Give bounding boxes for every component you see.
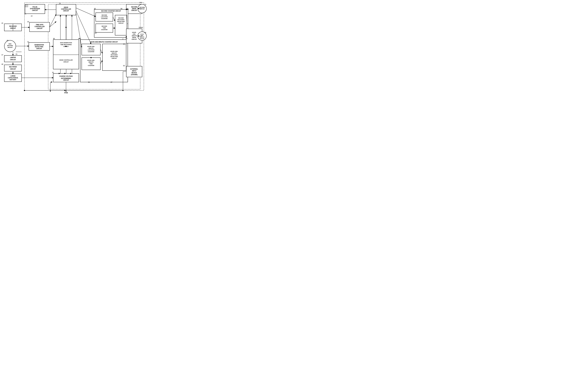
diagram: PULSE SYNTHESIZER CIRCUIT DRIVE CONTROLL… [0, 0, 147, 94]
svg-marker-174 [50, 90, 51, 92]
svg-text:CIRCUIT: CIRCUIT [63, 79, 69, 81]
svg-text:SECOND COUNTER CIRCUIT: SECOND COUNTER CIRCUIT [101, 10, 121, 12]
svg-text:TIME: TIME [89, 63, 93, 65]
svg-text:MATCHING: MATCHING [111, 54, 118, 56]
svg-text:CIRCUIT: CIRCUIT [37, 28, 43, 29]
svg-text:GENERATION: GENERATION [34, 44, 44, 46]
svg-text:92: 92 [52, 71, 54, 73]
svg-text:(CROWN): (CROWN) [131, 74, 137, 75]
svg-text:CHARGE VOLTAGE: CHARGE VOLTAGE [59, 75, 73, 77]
svg-text:ERATING: ERATING [7, 45, 13, 46]
svg-text:HOUR-AND-: HOUR-AND- [87, 60, 95, 61]
svg-text:EXTERNAL: EXTERNAL [130, 68, 138, 70]
svg-text:95: 95 [126, 38, 127, 39]
svg-text:DEVICE: DEVICE [132, 72, 137, 74]
svg-text:MINUTE: MINUTE [112, 52, 117, 54]
svg-text:TIME: TIME [103, 27, 106, 29]
svg-text:INPUT: INPUT [132, 70, 136, 72]
svg-text:60: 60 [144, 32, 146, 33]
svg-text:CIRCUIT: CIRCUIT [63, 61, 69, 63]
circuit-diagram: PULSE SYNTHESIZER CIRCUIT DRIVE CONTROLL… [0, 0, 147, 94]
svg-text:GEN-: GEN- [9, 43, 12, 45]
svg-text:CIRCUIT: CIRCUIT [32, 10, 38, 11]
svg-text:83: 83 [123, 65, 125, 67]
svg-point-177 [90, 57, 92, 58]
svg-text:25: 25 [1, 22, 3, 24]
svg-text:COUNTER: COUNTER [88, 51, 94, 52]
svg-text:47: 47 [1, 54, 3, 56]
svg-text:81: 81 [16, 53, 17, 55]
svg-rect-75 [4, 55, 22, 62]
svg-text:87: 87 [111, 81, 112, 83]
svg-text:CIRCUIT: CIRCUIT [118, 23, 124, 24]
svg-text:SECOND: SECOND [131, 6, 137, 8]
svg-text:TIME MEASURING: TIME MEASURING [60, 44, 72, 45]
svg-text:DRIVE: DRIVE [64, 7, 68, 8]
svg-text:HOUR-AND-: HOUR-AND- [87, 46, 95, 47]
svg-text:DETECTING: DETECTING [35, 46, 43, 47]
svg-text:10: 10 [144, 4, 146, 5]
svg-text:CIRCUIT: CIRCUIT [10, 59, 16, 60]
svg-text:CIRCUIT: CIRCUIT [36, 48, 42, 49]
svg-text:COUNTER: COUNTER [101, 18, 108, 19]
svg-text:CIRCUIT: CIRCUIT [112, 58, 117, 59]
svg-text:93: 93 [27, 21, 29, 23]
svg-text:96: 96 [53, 38, 55, 39]
svg-line-153 [50, 22, 56, 27]
svg-text:SYNTHESIZER: SYNTHESIZER [30, 8, 40, 10]
svg-text:99: 99 [88, 81, 90, 83]
svg-line-142 [126, 36, 126, 56]
svg-text:91: 91 [27, 41, 29, 43]
svg-text:COUNTER: COUNTER [101, 29, 108, 30]
svg-text:21: 21 [24, 13, 26, 15]
svg-text:CAPACITANCE: CAPACITANCE [8, 77, 18, 79]
svg-text:DRIVE: DRIVE [132, 8, 136, 10]
svg-text:23: 23 [123, 43, 125, 45]
svg-text:LOCATION: LOCATION [88, 49, 94, 51]
svg-text:86: 86 [79, 38, 81, 39]
svg-rect-78 [4, 65, 22, 71]
svg-text:TIME DATA: TIME DATA [36, 24, 44, 25]
svg-text:CONTROLLER: CONTROLLER [61, 8, 71, 10]
svg-text:24: 24 [59, 3, 61, 4]
svg-text:MATCHING: MATCHING [118, 19, 124, 21]
svg-text:HOUR-: HOUR- [132, 32, 136, 33]
svg-text:NON-GENERATION: NON-GENERATION [60, 42, 72, 44]
svg-text:82: 82 [94, 8, 96, 10]
svg-text:DETECTING: DETECTING [111, 56, 118, 57]
svg-text:98: 98 [95, 32, 97, 34]
svg-point-178 [122, 90, 123, 91]
svg-line-152 [50, 14, 56, 27]
svg-text:SECOND: SECOND [118, 17, 124, 19]
svg-text:-MINUTE: -MINUTE [132, 35, 137, 36]
svg-text:LIMITER: LIMITER [10, 57, 16, 58]
svg-point-175 [66, 27, 67, 28]
svg-text:HOUR-: HOUR- [140, 34, 144, 35]
svg-text:VSS: VSS [64, 92, 68, 94]
svg-text:DRIVE: DRIVE [132, 37, 136, 38]
svg-text:PULSE: PULSE [33, 6, 37, 8]
svg-text:CIRCUIT: CIRCUIT [10, 68, 16, 70]
svg-text:DEVICE: DEVICE [8, 47, 12, 48]
svg-text:MOTOR: MOTOR [140, 8, 144, 10]
svg-text:SECOND: SECOND [139, 7, 145, 8]
svg-text:94: 94 [121, 8, 122, 10]
svg-point-179 [24, 90, 25, 91]
svg-text:40: 40 [7, 40, 8, 41]
svg-text:C: C [122, 38, 123, 40]
svg-text:DETECTING: DETECTING [117, 21, 125, 22]
svg-text:LOCATION: LOCATION [101, 16, 108, 18]
svg-text:22: 22 [31, 15, 33, 17]
svg-text:CIRCUIT: CIRCUIT [63, 10, 69, 12]
svg-text:MINUTE: MINUTE [89, 61, 94, 63]
svg-text:30HM: 30HM [139, 27, 143, 28]
svg-text:HOUR-AND-: HOUR-AND- [111, 51, 118, 52]
svg-text:BATTERY: BATTERY [10, 79, 16, 81]
svg-text:SECOND: SECOND [101, 25, 107, 27]
svg-line-135 [76, 8, 96, 17]
svg-text:MINUTE: MINUTE [140, 36, 144, 38]
svg-text:HOUR-AND-MINUTE COUNTER CIRCUI: HOUR-AND-MINUTE COUNTER CIRCUIT [90, 41, 118, 43]
svg-text:CIRCUIT: CIRCUIT [131, 10, 137, 11]
svg-text:MODE CONTROLLER: MODE CONTROLLER [59, 59, 73, 61]
svg-text:CIRCUIT: CIRCUIT [132, 39, 137, 40]
